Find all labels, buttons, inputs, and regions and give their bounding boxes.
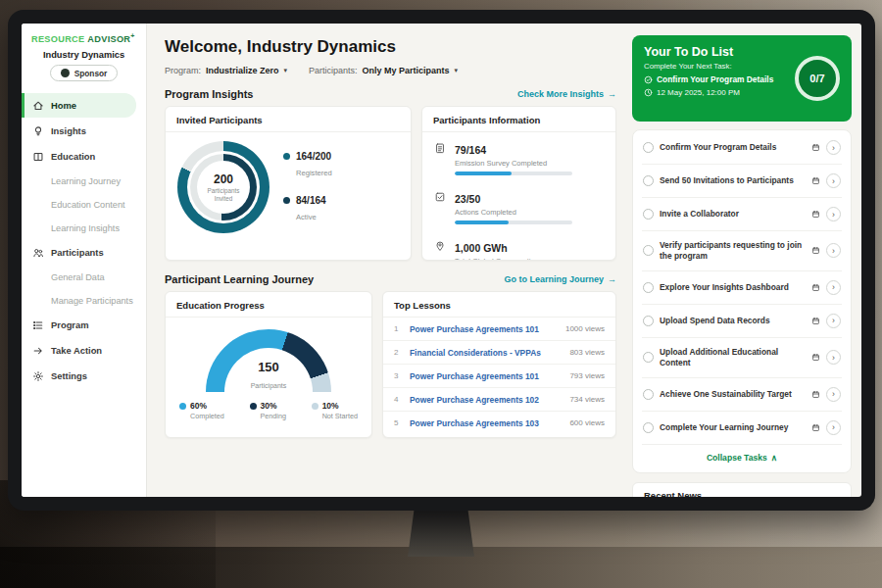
chevron-right-icon[interactable]: ›	[826, 350, 841, 365]
chevron-right-icon[interactable]: ›	[826, 387, 841, 402]
chevron-right-icon[interactable]: ›	[826, 207, 841, 221]
sidebar-item-learning-insights[interactable]: Learning Insights	[22, 217, 146, 239]
legend-value: 84/164	[296, 195, 326, 206]
task-row-upload-spend-data-records[interactable]: Upload Spend Data Records›	[642, 305, 842, 338]
task-checkbox[interactable]	[643, 209, 654, 220]
task-checkbox[interactable]	[643, 142, 654, 153]
task-row-verify-participants-requesting-to-join-the-program[interactable]: Verify participants requesting to join t…	[642, 231, 842, 271]
program-label: Program:	[165, 66, 201, 75]
legend-label: Registered	[296, 169, 332, 177]
arrow-right-icon: →	[608, 274, 616, 284]
participants-select[interactable]: Participants: Only My Participants ▾	[309, 66, 458, 75]
task-checkbox[interactable]	[643, 316, 654, 326]
task-row-upload-additional-educational-content[interactable]: Upload Additional Educational Content›	[642, 338, 842, 378]
go-to-learning-journey-link[interactable]: Go to Learning Journey →	[504, 274, 616, 284]
card-title: Education Progress	[166, 292, 371, 318]
lesson-row: 5Power Purchase Agreements 103600 views	[383, 412, 615, 434]
lesson-rank: 4	[394, 395, 403, 404]
invited-donut-chart: 200 Participants Invited	[177, 141, 270, 233]
sidebar-item-education-content[interactable]: Education Content	[22, 193, 146, 216]
task-label: Explore Your Insights Dashboard	[660, 282, 806, 293]
recent-news-header: Recent News	[632, 482, 852, 497]
gauge-legend-item: 30%Pending	[250, 401, 286, 420]
sidebar-item-label: Settings	[51, 370, 87, 381]
task-checkbox[interactable]	[643, 282, 654, 293]
task-checkbox[interactable]	[643, 422, 654, 433]
task-row-confirm-your-program-details[interactable]: Confirm Your Program Details›	[642, 131, 842, 165]
org-name: Industry Dynamics	[22, 50, 146, 60]
sidebar-item-learning-journey[interactable]: Learning Journey	[22, 170, 146, 192]
task-checkbox[interactable]	[643, 175, 654, 186]
legend-label: Not Started	[322, 412, 358, 420]
info-value: 23/50	[455, 193, 480, 205]
chevron-right-icon[interactable]: ›	[826, 280, 841, 295]
task-row-explore-your-insights-dashboard[interactable]: Explore Your Insights Dashboard›	[642, 271, 842, 305]
task-row-send-50-invitations-to-participants[interactable]: Send 50 Invitations to Participants›	[642, 165, 842, 198]
survey-icon	[434, 142, 446, 154]
lesson-row: 4Power Purchase Agreements 102734 views	[383, 388, 615, 412]
legend-pct: 10%	[322, 401, 339, 411]
sidebar-item-home[interactable]: Home	[22, 93, 136, 118]
sidebar-item-label: Learning Journey	[51, 176, 121, 186]
sidebar-item-insights[interactable]: Insights	[22, 119, 146, 143]
task-checkbox[interactable]	[643, 389, 654, 400]
info-value: 79/164	[455, 144, 486, 156]
task-row-achieve-one-sustainability-target[interactable]: Achieve One Sustainability Target›	[642, 378, 842, 412]
sidebar-item-take-action[interactable]: Take Action	[22, 338, 146, 363]
settings-icon	[32, 370, 44, 382]
donut-center-label: Participants Invited	[204, 187, 243, 202]
chevron-right-icon[interactable]: ›	[826, 314, 841, 328]
legend-label: Active	[296, 213, 317, 221]
sidebar-item-program[interactable]: Program	[22, 313, 146, 337]
task-checkbox[interactable]	[643, 352, 654, 363]
info-label: Emission Survey Completed	[455, 159, 572, 168]
background-wall: RESOURCE ADVISOR+ Industry Dynamics Spon…	[0, 0, 882, 588]
lesson-link[interactable]: Power Purchase Agreements 102	[410, 395, 563, 405]
logo-resource: RESOURCE	[31, 34, 84, 44]
chevron-right-icon[interactable]: ›	[826, 140, 841, 155]
sidebar-item-label: Home	[51, 100, 76, 111]
lesson-views: 600 views	[569, 418, 605, 427]
task-label: Complete Your Learning Journey	[660, 422, 806, 433]
take-action-icon	[32, 345, 44, 357]
task-checkbox[interactable]	[643, 245, 654, 256]
donut-legend-item: 84/164Active	[283, 195, 332, 223]
info-row: 79/164Emission Survey Completed	[422, 132, 615, 181]
collapse-tasks-button[interactable]: Collapse Tasks∧	[642, 445, 842, 471]
chevron-right-icon[interactable]: ›	[826, 173, 841, 188]
check-more-insights-link[interactable]: Check More Insights →	[517, 89, 616, 99]
main-content: Welcome, Industry Dynamics Program: Indu…	[147, 24, 630, 497]
sidebar-item-manage-participants[interactable]: Manage Participants	[22, 289, 146, 312]
sponsor-icon	[61, 69, 70, 77]
participants-information-card: Participants Information 79/164Emission …	[421, 106, 616, 261]
task-row-invite-a-collaborator[interactable]: Invite a Collaborator›	[642, 198, 842, 231]
chevron-right-icon[interactable]: ›	[826, 243, 841, 258]
chevron-down-icon: ▾	[284, 67, 288, 74]
arrow-right-icon: →	[608, 89, 616, 99]
lesson-link[interactable]: Financial Considerations - VPPAs	[410, 348, 563, 358]
sidebar-item-education[interactable]: Education	[22, 144, 146, 169]
gauge-center-value: 150	[206, 361, 331, 374]
lesson-link[interactable]: Power Purchase Agreements 101	[410, 371, 563, 381]
clock-icon	[644, 88, 653, 97]
lesson-views: 803 views	[569, 348, 605, 357]
task-row-complete-your-learning-journey[interactable]: Complete Your Learning Journey›	[642, 412, 842, 445]
sidebar-item-label: Education Content	[51, 200, 125, 210]
legend-value: 164/200	[296, 151, 332, 162]
lesson-link[interactable]: Power Purchase Agreements 103	[410, 418, 563, 428]
sponsor-label: Sponsor	[74, 69, 108, 78]
chevron-down-icon: ▾	[455, 67, 459, 74]
sidebar-item-settings[interactable]: Settings	[22, 364, 146, 388]
legend-label: Completed	[190, 412, 224, 420]
sidebar-item-general-data[interactable]: General Data	[22, 266, 146, 288]
lesson-link[interactable]: Power Purchase Agreements 101	[410, 324, 559, 334]
education-icon	[32, 151, 44, 163]
monitor-bezel: RESOURCE ADVISOR+ Industry Dynamics Spon…	[8, 10, 875, 511]
home-icon	[32, 100, 44, 112]
sidebar-item-participants[interactable]: Participants	[22, 240, 146, 265]
donut-legend: 164/200Registered84/164Active	[283, 143, 332, 231]
sponsor-badge[interactable]: Sponsor	[50, 65, 119, 81]
chevron-right-icon[interactable]: ›	[826, 420, 841, 435]
info-row: 1,000 GWhTotal Global Consumption	[422, 230, 615, 261]
program-select[interactable]: Program: Industrialize Zero ▾	[165, 66, 287, 75]
